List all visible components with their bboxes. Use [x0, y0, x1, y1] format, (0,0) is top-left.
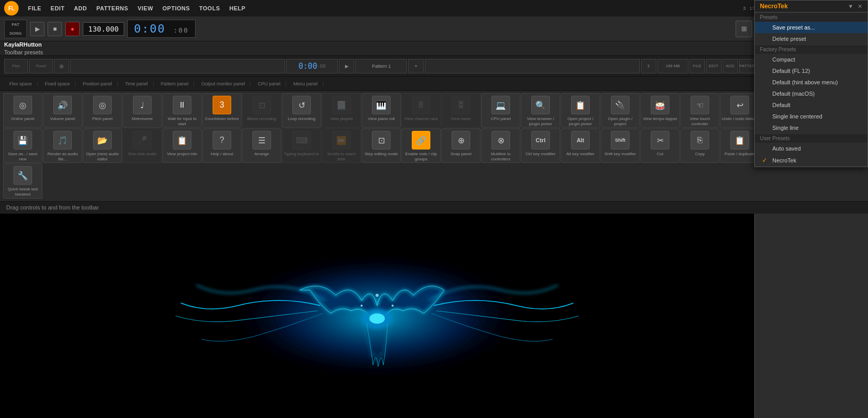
- ctrl-view-playlist[interactable]: 📃 View playlist: [322, 93, 361, 128]
- alt-mod-icon: Alt: [571, 131, 590, 150]
- dropdown-arrow-btn[interactable]: ▼: [848, 3, 854, 9]
- ctrl-open-plugin[interactable]: 🔌 Open plugin / project: [601, 93, 640, 128]
- section-presets-label: Presets: [755, 12, 867, 22]
- record-icon: [70, 25, 74, 33]
- dropdown-auto-saved[interactable]: Auto saved: [755, 143, 867, 154]
- dropdown-close-btn[interactable]: ✕: [858, 3, 862, 10]
- mini-menu1: FILE: [690, 59, 705, 73]
- user-name: KaylaRHutton: [4, 41, 43, 48]
- ctrl-view-mixer[interactable]: 🎛 View mixer: [441, 93, 481, 128]
- ctrl-help[interactable]: ? Help / about: [202, 128, 242, 163]
- ctrl-cut[interactable]: ✂ Cut: [640, 128, 680, 163]
- ctrl-wait-input[interactable]: ⏸ Wait for input to start: [162, 93, 202, 128]
- paste-icon: 📋: [730, 131, 749, 150]
- mini-time: 0:00:00: [286, 59, 338, 73]
- label-fixed: Fixed space: [40, 81, 76, 86]
- shift-mod-icon: Shift: [611, 131, 630, 150]
- ctrl-pitch-panel[interactable]: ◎ Pitch panel: [83, 93, 122, 128]
- dropdown-default-macos[interactable]: Default (macOS): [755, 88, 867, 99]
- ctrl-open-project[interactable]: 📋 Open project / plugin picker: [561, 93, 600, 128]
- delete-preset-label: Delete preset: [772, 36, 806, 42]
- ctrl-view-tempo[interactable]: 🥁 View tempo tapper: [640, 93, 680, 128]
- stop-icon: [53, 25, 56, 33]
- help-label: Help / about: [211, 152, 233, 157]
- menu-tools[interactable]: TOOLS: [195, 3, 224, 13]
- menu-add[interactable]: ADD: [70, 3, 91, 13]
- ctrl-render[interactable]: 🎵 Render as audio file...: [43, 128, 82, 163]
- menu-options[interactable]: OPTIONS: [158, 3, 194, 13]
- ctrl-scrolls[interactable]: ⏩ Scrolls to reach time: [322, 128, 361, 163]
- one-click-label: One-click audio: [128, 152, 156, 157]
- mini-arrow: ▶: [339, 59, 354, 73]
- ctrl-project-info[interactable]: 📋 View project info: [162, 128, 202, 163]
- ctrl-save[interactable]: 💾 Save as.. / save new: [3, 128, 42, 163]
- dropdown-title: NecroTek: [760, 3, 788, 10]
- pat-btn[interactable]: PAT: [5, 20, 26, 29]
- mixer-icon: 🎛: [452, 96, 470, 114]
- ctrl-mod-icon: Ctrl: [531, 131, 550, 150]
- open-plugin-icon: 🔌: [611, 96, 630, 114]
- auto-saved-label: Auto saved: [772, 145, 801, 152]
- mixer-icon-btn[interactable]: ⊞: [736, 21, 752, 37]
- ctrl-view-channel[interactable]: 🎚 View channel rack: [401, 93, 441, 128]
- ctrl-paste[interactable]: 📋 Paste / duplicate: [720, 128, 759, 163]
- ctrl-metronome[interactable]: ♩ Metronome: [123, 93, 162, 128]
- stop-btn[interactable]: [48, 22, 62, 36]
- ctrl-ctrl-mod[interactable]: Ctrl Ctrl key modifier: [521, 128, 560, 163]
- panel-label-row: Flex space Fixed space Position panel Ti…: [0, 77, 868, 91]
- song-btn[interactable]: SONG: [5, 29, 26, 38]
- menu-edit[interactable]: EDIT: [47, 3, 69, 13]
- dropdown-single-centered[interactable]: Single line centered: [755, 111, 867, 122]
- ctrl-typing[interactable]: ⌨ Typing keyboard to: [282, 128, 321, 163]
- dropdown-default-fl12[interactable]: Default (FL 12): [755, 65, 867, 77]
- ctrl-quick-tweak[interactable]: 🔧 Quick tweak last tweaked: [3, 163, 42, 198]
- menu-file[interactable]: FILE: [24, 3, 46, 13]
- dropdown-save-preset[interactable]: Save preset as...: [755, 22, 867, 33]
- ctrl-view-browser[interactable]: 🔍 View browser / plugin picker: [521, 93, 560, 128]
- ctrl-cpu[interactable]: 💻 CPU panel: [481, 93, 520, 128]
- ctrl-step-editing[interactable]: ⊡ Step editing mode: [362, 128, 401, 163]
- wait-label: Wait for input to start: [164, 116, 200, 126]
- label-pattern: Pattern panel: [156, 81, 194, 86]
- dropdown-default[interactable]: Default: [755, 99, 867, 111]
- ctrl-view-piano[interactable]: 🎹 View piano roll: [362, 93, 401, 128]
- note-label: Enable note / clip groups: [403, 152, 439, 161]
- dropdown-necrotek[interactable]: ✓ NecroTek: [755, 154, 867, 167]
- help-icon: ?: [213, 131, 231, 150]
- dropdown-single-line[interactable]: Single line: [755, 122, 867, 133]
- content-split: NecroTek ▼ ✕ Presets Save preset as...: [0, 214, 868, 418]
- save-preset-label: Save preset as...: [772, 24, 815, 31]
- ctrl-shift-mod[interactable]: Shift Shift key modifier: [601, 128, 640, 163]
- step-icon: ⊡: [372, 131, 391, 150]
- menu-help[interactable]: HELP: [225, 3, 249, 13]
- necrotek-label: NecroTek: [772, 157, 796, 163]
- countdown-icon: 3: [213, 96, 231, 114]
- dropdown-compact[interactable]: Compact: [755, 54, 867, 65]
- touch-icon: ☜: [691, 96, 709, 114]
- mini-spacer2: [425, 59, 639, 73]
- ctrl-blend-rec[interactable]: ⊡ Blend recording: [242, 93, 281, 128]
- ctrl-loop-rec[interactable]: ↺ Loop recording: [282, 93, 321, 128]
- ctrl-view-touch[interactable]: ☜ View touch controller: [680, 93, 720, 128]
- dropdown-default-hint[interactable]: Default (hint above menu): [755, 77, 867, 88]
- ctrl-copy[interactable]: ⎘ Copy: [680, 128, 720, 163]
- arrange-icon: ☰: [252, 131, 271, 150]
- ctrl-countdown[interactable]: 3 Countdown before: [202, 93, 242, 128]
- pat-song-toggle[interactable]: PAT SONG: [4, 20, 27, 38]
- ctrl-one-click[interactable]: 🎤 One-click audio: [123, 128, 162, 163]
- record-btn[interactable]: [65, 22, 80, 36]
- ctrl-arrange[interactable]: ☰ Arrange: [242, 128, 281, 163]
- ctrl-volume-panel[interactable]: 🔊 Volume panel: [43, 93, 82, 128]
- ctrl-multilink[interactable]: ⊗ Multilink to controllers: [481, 128, 520, 163]
- menu-view[interactable]: VIEW: [133, 3, 157, 13]
- ctrl-undo[interactable]: ↩ Undo / undo history: [720, 93, 759, 128]
- ctrl-enable-note[interactable]: 🔗 Enable note / clip groups: [401, 128, 441, 163]
- ctrl-online-panel[interactable]: ◎ Online panel: [3, 93, 42, 128]
- menu-patterns[interactable]: PATTERNS: [92, 3, 132, 13]
- play-btn[interactable]: [30, 22, 44, 36]
- dropdown-delete-preset[interactable]: Delete preset: [755, 33, 867, 44]
- ctrl-snap[interactable]: ⊕ Snap panel: [441, 128, 481, 163]
- bpm-display[interactable]: 130.000: [83, 22, 124, 36]
- ctrl-alt-mod[interactable]: Alt Alt key modifier: [561, 128, 600, 163]
- ctrl-open-editor[interactable]: 📂 Open (new) audio editor: [83, 128, 122, 163]
